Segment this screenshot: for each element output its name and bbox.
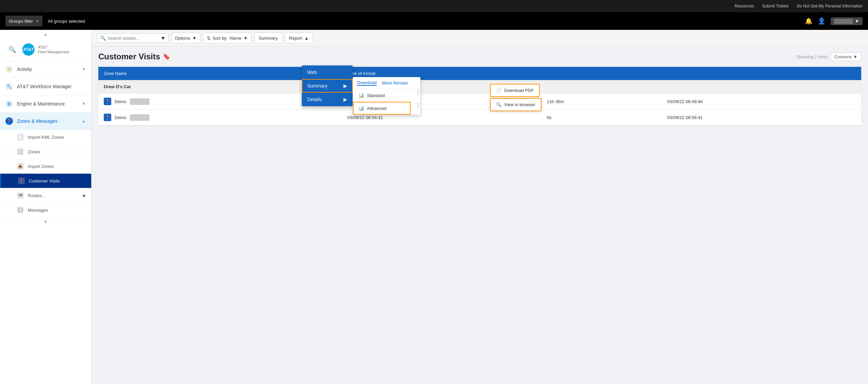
download-pdf-label: Download PDF bbox=[504, 88, 534, 93]
zones-sub-icon: 📋 bbox=[17, 148, 24, 155]
top-navigation: Resources Submit Tickets Do Not Sell My … bbox=[0, 0, 868, 12]
download-pdf-button[interactable]: 📄 Download PDF bbox=[490, 84, 540, 97]
eye-icon: 🔍 bbox=[496, 102, 501, 107]
sidebar-subitem-zones[interactable]: 📋 Zones bbox=[0, 145, 91, 159]
logo-text: AT&T Fleet Management bbox=[38, 45, 69, 55]
summary-label: Summary bbox=[259, 36, 278, 41]
cell-duration-2: 0s bbox=[541, 110, 662, 126]
page-title: Customer Visits 🔖 bbox=[98, 52, 170, 61]
user-icon[interactable]: 👤 bbox=[818, 17, 825, 25]
sort-label: Sort by: bbox=[213, 36, 228, 41]
import-kml-icon: 📄 bbox=[17, 134, 24, 140]
zone-map-icon-2: 📍 bbox=[104, 114, 111, 121]
resources-link[interactable]: Resources bbox=[735, 4, 754, 8]
submenu-standard[interactable]: 📊 Standard bbox=[353, 89, 411, 102]
toolbar: 🔍 ▼ Options ▼ ⇅ Sort by: Name ▼ Summary … bbox=[92, 30, 868, 46]
sidebar-scroll-down[interactable]: ▼ bbox=[0, 217, 91, 226]
workforce-icon: 🔧 bbox=[5, 83, 13, 90]
download-tab[interactable]: Download bbox=[357, 80, 377, 86]
view-in-browser-button[interactable]: 🔍 View in browser bbox=[490, 98, 541, 111]
showing-count: Showing 2 visits bbox=[796, 54, 828, 59]
page-content: Customer Visits 🔖 Showing 2 visits Colum… bbox=[92, 46, 868, 384]
submenu-advanced-row: 📊 Advanced ⋮ bbox=[353, 102, 420, 115]
zones-sub-label: Zones bbox=[28, 149, 40, 154]
summary-button[interactable]: Summary bbox=[254, 33, 282, 43]
report-arrow-icon: ▲ bbox=[304, 36, 309, 41]
zone-name-blurred-1: ██ bbox=[130, 98, 150, 105]
routes-icon: 🗺 bbox=[17, 192, 24, 199]
activity-icon: ⚡ bbox=[5, 65, 13, 73]
sidebar-subitem-routes[interactable]: 🗺 Routes... ▶ bbox=[0, 188, 91, 203]
report-dropdown-details[interactable]: Details ▶ bbox=[302, 93, 353, 106]
report-label: Report bbox=[289, 36, 302, 41]
search-input[interactable] bbox=[108, 36, 159, 41]
pdf-icon: 📄 bbox=[496, 88, 501, 93]
cell-duration-1: 11h 36m bbox=[541, 94, 662, 110]
sidebar-item-workforce[interactable]: 🔧 AT&T Workforce Manager bbox=[0, 78, 91, 95]
messages-label: Messages bbox=[28, 208, 48, 213]
main-layout: ▲ 🔍 AT&T AT&T Fleet Management ⚡ Activit… bbox=[0, 30, 868, 384]
data-table: Zone Name Time of Arrival Drew D's Car 📍 bbox=[98, 67, 861, 126]
submenu-advanced[interactable]: 📊 Advanced bbox=[353, 102, 411, 115]
engine-chevron: ▼ bbox=[82, 101, 86, 106]
sidebar-subitem-import-zones[interactable]: 📥 Import Zones bbox=[0, 159, 91, 174]
import-zones-label: Import Zones bbox=[28, 164, 54, 169]
search-icon[interactable]: 🔍 bbox=[5, 43, 19, 56]
bell-icon[interactable]: 🔔 bbox=[805, 17, 812, 25]
groups-filter-label: Groups filter bbox=[9, 19, 33, 24]
sidebar-subitem-import-kml[interactable]: 📄 Import KML Zones bbox=[0, 130, 91, 145]
header-bar: Groups filter ▼ All groups selected 🔔 👤 … bbox=[0, 12, 868, 30]
workforce-label: AT&T Workforce Manager bbox=[17, 84, 86, 89]
report-dropdown-web[interactable]: Web bbox=[302, 65, 353, 79]
messages-icon: 💬 bbox=[17, 207, 24, 213]
sidebar-subitem-messages[interactable]: 💬 Messages bbox=[0, 203, 91, 217]
cell-departure-2: 03/09/22 08:56:41 bbox=[662, 110, 861, 126]
zone-name-1: Demo bbox=[115, 99, 126, 104]
content-area: 🔍 ▼ Options ▼ ⇅ Sort by: Name ▼ Summary … bbox=[92, 30, 868, 384]
activity-chevron: ▼ bbox=[82, 67, 86, 72]
all-groups-text: All groups selected bbox=[48, 19, 800, 24]
sidebar-item-engine[interactable]: ⚙ Engine & Maintenance ▼ bbox=[0, 95, 91, 113]
report-dropdown-summary[interactable]: Summary ▶ bbox=[302, 79, 353, 93]
sidebar-item-zones[interactable]: 📍 Zones & Messages ▲ bbox=[0, 113, 91, 130]
engine-label: Engine & Maintenance bbox=[17, 101, 78, 107]
showing-info: Showing 2 visits Columns ▼ bbox=[796, 53, 861, 61]
sidebar-item-activity[interactable]: ⚡ Activity ▼ bbox=[0, 61, 91, 78]
zones-icon: 📍 bbox=[5, 117, 13, 125]
advanced-more-dots[interactable]: ⋮ bbox=[413, 102, 423, 108]
sidebar-logo: 🔍 AT&T AT&T Fleet Management bbox=[0, 39, 91, 61]
sidebar: ▲ 🔍 AT&T AT&T Fleet Management ⚡ Activit… bbox=[0, 30, 92, 384]
cell-departure-1: 03/09/22 08:49:44 bbox=[662, 94, 861, 110]
do-not-sell-link[interactable]: Do Not Sell My Personal Information bbox=[797, 4, 863, 8]
col-duration bbox=[541, 67, 662, 80]
search-icon-toolbar: 🔍 bbox=[100, 35, 106, 41]
customer-visits-icon: 📍 bbox=[18, 177, 25, 184]
sidebar-subitem-customer-visits[interactable]: 📍 Customer Visits bbox=[0, 174, 91, 188]
columns-button[interactable]: Columns ▼ bbox=[831, 53, 861, 61]
import-zones-icon: 📥 bbox=[17, 163, 24, 170]
group-label: Drew D's Car bbox=[98, 80, 861, 94]
options-button[interactable]: Options ▼ bbox=[171, 33, 200, 43]
table-group-row: Drew D's Car bbox=[98, 80, 861, 94]
submenu-header: Download More formats bbox=[353, 77, 420, 89]
search-box[interactable]: 🔍 ▼ bbox=[97, 33, 169, 43]
summary-arrow-icon: ▶ bbox=[343, 83, 347, 89]
user-menu-button[interactable]: ▒▒▒▒▒▒ ▼ bbox=[831, 17, 863, 25]
view-browser-label: View in browser bbox=[504, 102, 535, 107]
options-arrow: ▼ bbox=[192, 36, 197, 41]
bookmark-icon[interactable]: 🔖 bbox=[163, 53, 170, 60]
zone-name-2: Demo bbox=[115, 115, 126, 120]
import-kml-label: Import KML Zones bbox=[28, 135, 64, 140]
col-departure bbox=[662, 67, 861, 80]
more-formats-tab[interactable]: More formats bbox=[382, 80, 408, 85]
standard-more-dots[interactable]: ⋮ bbox=[413, 89, 423, 95]
search-dropdown-arrow[interactable]: ▼ bbox=[161, 35, 165, 41]
groups-filter-button[interactable]: Groups filter ▼ bbox=[5, 16, 42, 26]
submit-tickets-link[interactable]: Submit Tickets bbox=[762, 4, 789, 8]
att-logo-icon: AT&T bbox=[22, 43, 35, 56]
sort-button[interactable]: ⇅ Sort by: Name ▼ bbox=[203, 33, 252, 43]
standard-icon: 📊 bbox=[358, 93, 364, 98]
zones-chevron: ▲ bbox=[82, 119, 86, 123]
sidebar-scroll-up[interactable]: ▲ bbox=[0, 30, 91, 39]
report-button[interactable]: Report ▲ bbox=[285, 33, 313, 43]
